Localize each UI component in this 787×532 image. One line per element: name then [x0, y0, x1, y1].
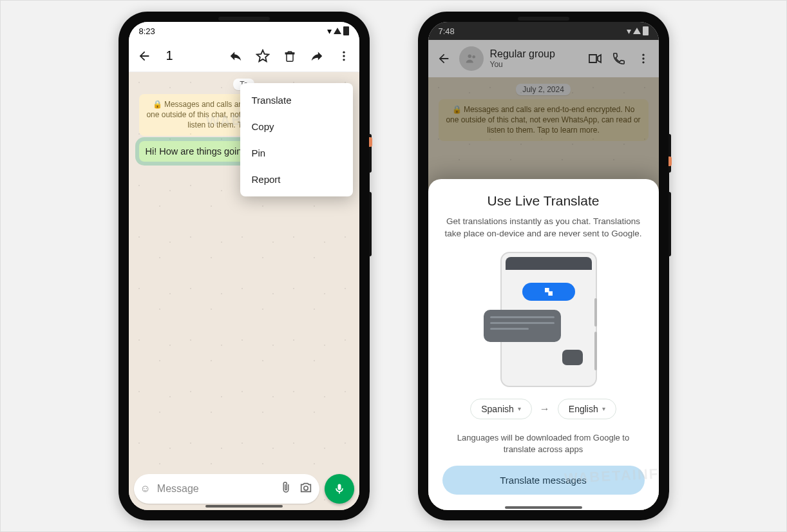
chevron-down-icon: ▾ [602, 405, 605, 412]
message-input[interactable]: ☺ Message [134, 474, 319, 504]
translate-messages-button[interactable]: Translate messages [442, 466, 645, 495]
svg-point-2 [343, 59, 345, 61]
forward-icon[interactable] [308, 47, 326, 65]
menu-report[interactable]: Report [240, 166, 353, 193]
camera-icon[interactable] [299, 480, 313, 497]
selection-count: 1 [162, 48, 218, 63]
download-note: Languages will be downloaded from Google… [442, 432, 645, 455]
delete-icon[interactable] [281, 47, 299, 65]
battery-icon [343, 26, 349, 35]
reply-icon[interactable] [227, 47, 245, 65]
context-menu: Translate Copy Pin Report [240, 83, 353, 196]
translate-badge-icon [522, 283, 575, 301]
phone-frame-right: 7:48 ▾ Regular group You [418, 12, 669, 520]
live-translate-sheet: Use Live Translate Get translations inst… [428, 179, 659, 511]
message-placeholder: Message [157, 483, 273, 495]
language-to-chip[interactable]: English ▾ [558, 399, 616, 419]
status-time: 8:23 [139, 26, 155, 36]
arrow-right-icon: → [540, 403, 550, 415]
svg-point-3 [303, 486, 307, 490]
back-icon[interactable] [135, 47, 153, 65]
sheet-illustration [476, 252, 611, 387]
emoji-icon[interactable]: ☺ [140, 483, 151, 495]
phone-screen-right: 7:48 ▾ Regular group You [428, 22, 659, 510]
language-from-chip[interactable]: Spanish ▾ [470, 399, 532, 419]
phone-screen-left: 8:23 ▾ 1 [129, 22, 359, 510]
svg-point-1 [343, 55, 345, 57]
sheet-description: Get translations instantly as you chat. … [442, 215, 645, 240]
menu-translate[interactable]: Translate [240, 87, 353, 113]
home-indicator [505, 506, 582, 509]
selection-appbar: 1 [129, 40, 359, 72]
svg-point-0 [343, 51, 345, 53]
composer: ☺ Message [134, 474, 354, 504]
status-bar: 8:23 ▾ [129, 22, 359, 40]
sheet-title: Use Live Translate [442, 193, 645, 209]
star-icon[interactable] [254, 47, 272, 65]
chevron-down-icon: ▾ [518, 405, 521, 412]
attach-icon[interactable] [280, 481, 292, 497]
language-from-label: Spanish [481, 404, 514, 414]
status-icons: ▾ [327, 26, 349, 36]
language-to-label: English [569, 404, 598, 414]
mic-button[interactable] [325, 474, 354, 504]
phone-frame-left: 8:23 ▾ 1 [119, 12, 370, 520]
menu-copy[interactable]: Copy [240, 113, 353, 140]
menu-pin[interactable]: Pin [240, 140, 353, 166]
signal-icon [334, 28, 341, 34]
more-icon[interactable] [335, 47, 353, 65]
wifi-icon: ▾ [327, 26, 332, 36]
home-indicator [205, 505, 283, 508]
language-selector: Spanish ▾ → English ▾ [442, 399, 645, 419]
